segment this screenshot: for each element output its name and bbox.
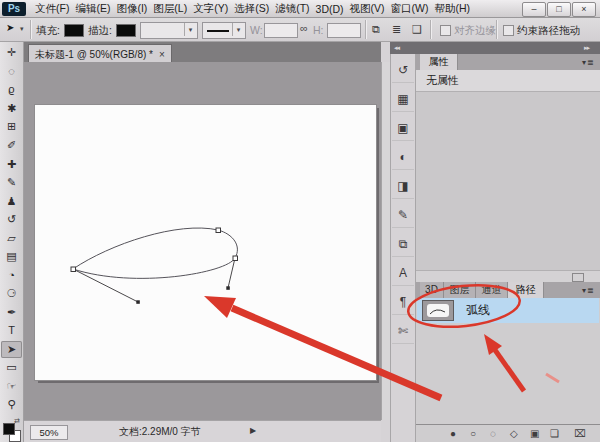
libraries-panel-icon[interactable]: ▣: [392, 116, 414, 141]
load-selection-button[interactable]: ◌: [490, 428, 496, 439]
adjustments-panel-icon[interactable]: ◐: [392, 145, 414, 170]
status-expand-icon[interactable]: ▶: [250, 426, 256, 435]
marquee-tool[interactable]: ◌: [1, 63, 22, 80]
separator: [430, 20, 431, 39]
stroke-style-dropdown[interactable]: ▾: [202, 22, 246, 39]
tab-layers[interactable]: 图层: [444, 282, 476, 298]
properties-tab-bar: 属性 ▾≣: [416, 54, 600, 70]
tool-preset-caret-icon[interactable]: ▾: [20, 25, 24, 33]
type-tool[interactable]: T: [1, 322, 22, 339]
clone-stamp-tool[interactable]: ♟: [1, 193, 22, 210]
fill-color-swatch[interactable]: [64, 24, 84, 37]
swap-colors-icon[interactable]: ⇄: [14, 417, 20, 425]
path-thumbnail[interactable]: [422, 300, 454, 321]
vertical-scrollbar[interactable]: [381, 62, 390, 420]
stroke-color-swatch[interactable]: [116, 24, 136, 37]
properties-empty-area: [416, 92, 600, 270]
menu-3d[interactable]: 3D(D): [313, 2, 347, 16]
pen-tool[interactable]: ✒: [1, 304, 22, 321]
stroke-style-preview: [207, 30, 229, 32]
options-bar: ➤ ▾ 填充: 描边: ▾ ▾ W: ∞ H: ⧉ ≣ ❑ 对齐边缘 约束路径拖…: [0, 18, 600, 42]
rectangle-tool[interactable]: ▭: [1, 359, 22, 376]
align-edges-checkbox[interactable]: [440, 25, 451, 36]
width-field[interactable]: [264, 23, 298, 38]
chevron-down-icon[interactable]: ▾: [232, 23, 244, 36]
tool-preset-icon[interactable]: ➤: [6, 22, 14, 33]
history-brush-tool[interactable]: ↺: [1, 211, 22, 228]
maximize-button[interactable]: □: [547, 2, 571, 17]
dodge-tool[interactable]: ⚆: [1, 285, 22, 302]
menu-window[interactable]: 窗口(W): [388, 1, 432, 17]
menu-help[interactable]: 帮助(H): [432, 1, 474, 17]
constrain-path-drag-checkbox[interactable]: [503, 25, 514, 36]
path-item-row[interactable]: 弧线: [417, 298, 599, 323]
measurement-panel-icon[interactable]: ✄: [392, 319, 414, 344]
path-arrangement-icon[interactable]: ❑: [412, 23, 422, 36]
tools-panel: ✛ ◌ ϱ ✱ ⊞ ✐ ✚ ✎ ♟ ↺ ▱ ▤ ◔ ⚆ ✒ T ➤ ▭ ☞ ⚲ …: [0, 42, 24, 442]
stroke-label: 描边:: [88, 24, 112, 38]
close-button[interactable]: ×: [572, 2, 596, 17]
canvas[interactable]: [35, 105, 376, 380]
menu-edit[interactable]: 编辑(E): [72, 1, 113, 17]
minimize-button[interactable]: –: [522, 2, 546, 17]
healing-brush-tool[interactable]: ✚: [1, 156, 22, 173]
tab-close-icon[interactable]: ×: [159, 46, 165, 63]
hand-tool[interactable]: ☞: [1, 378, 22, 395]
fill-path-button[interactable]: ●: [450, 428, 456, 439]
new-path-button[interactable]: ❏: [550, 428, 559, 439]
styles-panel-icon[interactable]: ◨: [392, 174, 414, 199]
menu-view[interactable]: 视图(V): [347, 1, 388, 17]
gradient-tool[interactable]: ▤: [1, 248, 22, 265]
panel-menu-icon[interactable]: ▾≣: [582, 286, 595, 295]
delete-path-button[interactable]: ⌧: [574, 428, 586, 439]
crop-tool[interactable]: ⊞: [1, 118, 22, 135]
zoom-tool[interactable]: ⚲: [1, 396, 22, 413]
link-dimensions-icon[interactable]: ∞: [300, 22, 308, 34]
document-tab[interactable]: 未标题-1 @ 50%(RGB/8) * ×: [28, 44, 172, 63]
swatches-panel-icon[interactable]: ▦: [392, 87, 414, 112]
collapse-panels-icon[interactable]: ▸▸: [584, 44, 589, 52]
tab-channels[interactable]: 通道: [476, 282, 508, 298]
trash-icon[interactable]: [572, 273, 584, 282]
tab-properties[interactable]: 属性: [420, 54, 458, 70]
panel-icon-dock: ↺ ▦ ▣ ◐ ◨ ✎ ⧉ A ¶ ✄: [390, 54, 416, 442]
menu-filter[interactable]: 滤镜(T): [272, 1, 312, 17]
stroke-width-dropdown[interactable]: ▾: [140, 22, 198, 39]
eraser-tool[interactable]: ▱: [1, 230, 22, 247]
brush-tool[interactable]: ✎: [1, 174, 22, 191]
blur-tool[interactable]: ◔: [1, 267, 22, 284]
menu-type[interactable]: 文字(Y): [190, 1, 231, 17]
collapse-dock-icon[interactable]: ◂◂: [394, 44, 399, 52]
add-mask-button[interactable]: ▣: [530, 428, 539, 439]
path-alignment-icon[interactable]: ≣: [392, 23, 401, 36]
character-panel-icon[interactable]: A: [392, 261, 414, 286]
tab-3d[interactable]: 3D: [420, 282, 444, 298]
path-operations-icon[interactable]: ⧉: [372, 23, 380, 36]
menu-select[interactable]: 选择(S): [231, 1, 272, 17]
document-size-info: 文档:2.29M/0 字节: [119, 425, 201, 439]
make-work-path-button[interactable]: ◇: [510, 428, 518, 439]
menu-file[interactable]: 文件(F): [32, 1, 72, 17]
separator: [496, 20, 497, 39]
fill-label: 填充:: [36, 24, 60, 38]
height-field[interactable]: [327, 23, 361, 38]
move-tool[interactable]: ✛: [1, 44, 22, 61]
document-tab-title: 未标题-1 @ 50%(RGB/8) *: [35, 46, 153, 63]
ps-logo: Ps: [2, 2, 26, 16]
stroke-path-button[interactable]: ○: [470, 428, 476, 439]
clone-source-panel-icon[interactable]: ⧉: [392, 232, 414, 257]
panel-menu-icon[interactable]: ▾≣: [582, 58, 595, 67]
menu-layer[interactable]: 图层(L): [150, 1, 190, 17]
eyedropper-tool[interactable]: ✐: [1, 137, 22, 154]
brush-settings-panel-icon[interactable]: ✎: [392, 203, 414, 228]
quick-selection-tool[interactable]: ✱: [1, 100, 22, 117]
separator: [30, 20, 31, 39]
zoom-level-field[interactable]: 50%: [30, 425, 68, 440]
paragraph-panel-icon[interactable]: ¶: [392, 290, 414, 315]
menu-image[interactable]: 图像(I): [113, 1, 150, 17]
path-selection-tool[interactable]: ➤: [1, 341, 22, 358]
lasso-tool[interactable]: ϱ: [1, 81, 22, 98]
history-panel-icon[interactable]: ↺: [392, 58, 414, 83]
tab-paths[interactable]: 路径: [508, 282, 544, 298]
chevron-down-icon[interactable]: ▾: [184, 23, 196, 36]
